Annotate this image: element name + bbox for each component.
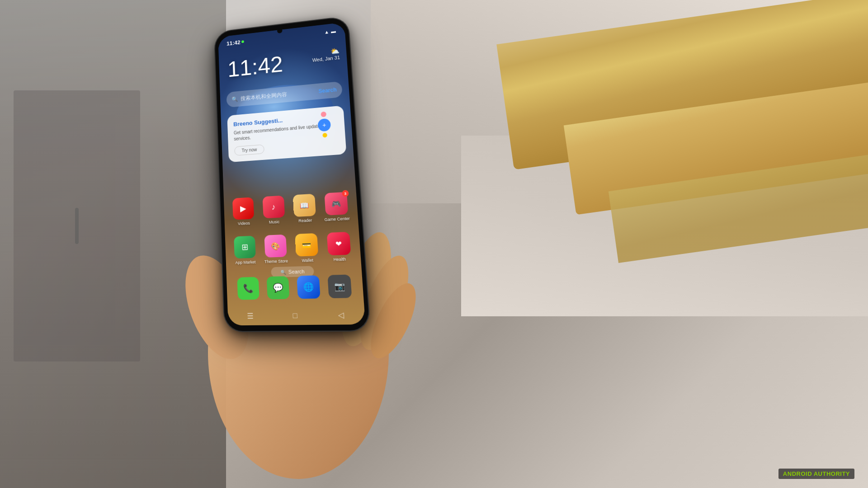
wallet-label: Wallet (302, 258, 313, 263)
back-nav-button[interactable]: ◁ (338, 310, 344, 320)
nav-bar: ☰ □ ◁ (228, 310, 365, 321)
dock: 📞 💬 🌐 📷 (233, 274, 357, 302)
game-center-icon: 🎮 3 (324, 192, 348, 216)
reader-icon: 📖 (293, 194, 316, 217)
dock-phone[interactable]: 📞 (234, 277, 263, 302)
app-market-label: App Market (235, 260, 255, 265)
app-health[interactable]: ❤ Health (323, 232, 354, 263)
theme-store-label: Theme Store (264, 258, 288, 264)
battery-icon: ▬ (331, 28, 336, 34)
date-widget: ⛅ Wed, Jan 31 (311, 47, 340, 63)
cabinet (14, 90, 140, 361)
breeno-graphic: + (310, 111, 339, 144)
dock-browser-icon: 🌐 (297, 275, 320, 299)
app-music[interactable]: ♪ Music (259, 195, 288, 225)
dock-camera[interactable]: 📷 (324, 274, 355, 300)
green-dot-indicator (241, 40, 244, 43)
videos-icon: ▶ (232, 197, 254, 220)
music-label: Music (269, 220, 280, 225)
watermark-suffix: AUTHORITY (812, 470, 850, 477)
wifi-icon: ▲ (324, 29, 329, 35)
game-badge: 3 (342, 190, 349, 197)
wallet-icon: 💳 (295, 233, 319, 257)
clock-widget: 11:42 (227, 53, 283, 80)
bottom-search-text: Search (288, 268, 305, 275)
status-left: 11:42 (226, 38, 245, 47)
videos-label: Videos (238, 221, 250, 226)
home-nav-button[interactable]: □ (292, 311, 297, 320)
breeno-try-button[interactable]: Try now (234, 144, 264, 155)
breeno-dot-pink (321, 112, 326, 117)
status-icons: ▲ ▬ (324, 28, 336, 35)
app-wallet[interactable]: 💳 Wallet (292, 233, 322, 263)
bottom-search-icon: 🔍 (280, 269, 286, 275)
clock-display: 11:42 (227, 53, 283, 80)
search-button[interactable]: Search (318, 87, 337, 94)
app-app-market[interactable]: ⊞ App Market (231, 235, 259, 265)
breeno-dot-blue: + (317, 118, 331, 132)
search-icon: 🔍 (231, 96, 238, 102)
music-icon: ♪ (262, 196, 285, 219)
scene: 11:42 ▲ ▬ 11:42 ⛅ Wed, Jan 31 🔍 搜索本 (0, 0, 868, 488)
dock-camera-icon: 📷 (327, 275, 352, 299)
status-time: 11:42 (226, 39, 241, 47)
menu-nav-button[interactable]: ☰ (247, 311, 254, 320)
watermark-brand: ANDROID (783, 470, 812, 477)
app-row-2: ⊞ App Market 🎨 Theme Store 💳 Wallet (229, 232, 356, 265)
app-game-center[interactable]: 🎮 3 Game Center (321, 192, 352, 222)
theme-store-icon: 🎨 (264, 235, 287, 258)
app-videos[interactable]: ▶ Videos (230, 197, 258, 226)
search-placeholder: 搜索本机和全网内容 (241, 88, 319, 102)
health-icon: ❤ (327, 232, 351, 255)
breeno-card: + Breeno Suggesti... Get smart recommend… (227, 105, 346, 162)
breeno-dot-yellow (322, 133, 327, 138)
health-label: Health (333, 257, 346, 262)
reader-label: Reader (298, 218, 312, 223)
app-market-icon: ⊞ (234, 236, 256, 258)
dock-phone-icon: 📞 (237, 277, 259, 300)
cabinet-handle (75, 208, 79, 244)
dock-messages-icon: 💬 (267, 276, 290, 299)
dock-browser[interactable]: 🌐 (293, 275, 324, 301)
phone: 11:42 ▲ ▬ 11:42 ⛅ Wed, Jan 31 🔍 搜索本 (215, 17, 370, 331)
phone-screen: 11:42 ▲ ▬ 11:42 ⛅ Wed, Jan 31 🔍 搜索本 (218, 22, 365, 325)
app-theme-store[interactable]: 🎨 Theme Store (261, 235, 290, 264)
dock-messages[interactable]: 💬 (264, 276, 293, 301)
app-reader[interactable]: 📖 Reader (290, 193, 320, 223)
watermark: ANDROID AUTHORITY (778, 469, 854, 479)
